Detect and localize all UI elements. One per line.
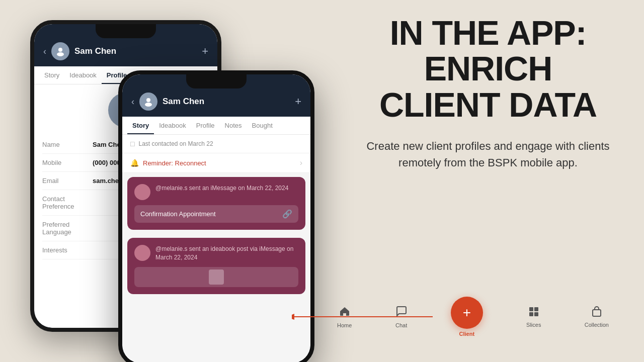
svg-rect-10: [593, 310, 601, 316]
phone-front-screen: ‹ Sam Chen + Story Ideabook Profile Note…: [122, 74, 310, 362]
tab-story-back[interactable]: Story: [39, 66, 64, 84]
nav-item-collection[interactable]: Collection: [585, 306, 609, 328]
phone-back-user-name: Sam Chen: [74, 46, 197, 56]
phone-front-user-name: Sam Chen: [163, 97, 290, 107]
link-icon: 🔗: [282, 209, 292, 219]
sender-text-2: @melanie.s sent an ideabook post via iMe…: [155, 245, 298, 262]
svg-point-4: [146, 98, 150, 102]
back-arrow-front-icon[interactable]: ‹: [131, 97, 134, 107]
last-contacted: □ Last contacted on March 22: [122, 135, 310, 153]
headline-line1: IN THE APP:: [362, 15, 614, 51]
profile-label-mobile: Mobile: [42, 159, 93, 166]
chevron-right-icon: ›: [300, 158, 302, 167]
bell-icon: 🔔: [130, 159, 139, 167]
svg-rect-7: [534, 307, 538, 311]
svg-rect-6: [529, 307, 533, 311]
headline-line2: ENRICH: [362, 51, 614, 86]
nav-item-home[interactable]: Home: [337, 305, 352, 328]
nav-label-collection: Collection: [585, 322, 609, 328]
message-card-1: @melanie.s sent an iMessage on March 22,…: [127, 177, 305, 230]
avatar-front: [139, 93, 157, 111]
chat-bubble-icon: □: [130, 140, 134, 148]
sender-row-1: @melanie.s sent an iMessage on March 22,…: [134, 184, 298, 200]
client-plus-icon: +: [463, 306, 471, 320]
profile-label-interests: Interests: [42, 246, 93, 254]
phone-front: ‹ Sam Chen + Story Ideabook Profile Note…: [118, 70, 314, 362]
tab-profile-front[interactable]: Profile: [191, 117, 220, 134]
home-icon: [339, 305, 351, 320]
appointment-pill[interactable]: Confirmation Appointment 🔗: [134, 205, 298, 223]
nav-label-home: Home: [337, 322, 352, 328]
profile-label-name: Name: [42, 141, 93, 148]
profile-label-language: Preferred Language: [42, 221, 93, 236]
appointment-label: Confirmation Appointment: [140, 210, 216, 218]
headline: IN THE APP: ENRICH CLIENT DATA: [362, 15, 614, 123]
sender-text-1: @melanie.s sent an iMessage on March 22,…: [155, 184, 288, 193]
phone-back-notch: [96, 24, 156, 38]
tab-bought-front[interactable]: Bought: [247, 117, 278, 134]
client-circle[interactable]: +: [451, 297, 483, 329]
tab-ideabook-front[interactable]: Ideabook: [154, 117, 191, 134]
reminder-row[interactable]: 🔔 Reminder: Reconnect ›: [122, 153, 310, 173]
nav-item-chat[interactable]: Chat: [395, 305, 408, 328]
chat-icon: [395, 305, 408, 320]
slices-icon: [528, 306, 540, 320]
subtext: Create new client profiles and engage wi…: [362, 138, 614, 171]
nav-item-slices[interactable]: Slices: [526, 306, 541, 328]
nav-label-chat: Chat: [395, 322, 407, 328]
right-panel: IN THE APP: ENRICH CLIENT DATA Create ne…: [362, 15, 614, 171]
add-button-front[interactable]: +: [295, 95, 301, 108]
headline-line3: CLIENT DATA: [362, 87, 614, 123]
sender-avatar-2: [134, 245, 150, 261]
story-content: □ Last contacted on March 22 🔔 Reminder:…: [122, 135, 310, 362]
message-card-2: @melanie.s sent an ideabook post via iMe…: [127, 238, 305, 294]
last-contacted-text: Last contacted on March 22: [138, 140, 213, 147]
tab-notes-front[interactable]: Notes: [220, 117, 247, 134]
profile-label-email: Email: [42, 177, 93, 185]
svg-point-5: [145, 103, 152, 107]
nav-label-slices: Slices: [526, 322, 541, 328]
tab-story-front[interactable]: Story: [127, 117, 154, 134]
sender-row-2: @melanie.s sent an ideabook post via iMe…: [134, 245, 298, 262]
tab-ideabook-back[interactable]: Ideabook: [64, 66, 102, 84]
back-arrow-icon[interactable]: ‹: [43, 46, 46, 57]
avatar: [51, 42, 69, 60]
add-button-back[interactable]: +: [202, 45, 208, 58]
phone-front-notch: [186, 74, 247, 88]
profile-label-contact: Contact Preference: [42, 195, 93, 210]
svg-point-0: [58, 48, 62, 52]
bottom-nav: Home Chat + Client Slices: [327, 292, 619, 342]
reminder-text: Reminder: Reconnect: [143, 159, 206, 167]
svg-rect-9: [534, 312, 538, 316]
svg-point-1: [57, 52, 64, 56]
collection-icon: [591, 306, 603, 320]
nav-item-client[interactable]: + Client: [451, 297, 483, 337]
sender-avatar-1: [134, 184, 150, 200]
phones-container: ‹ Sam Chen + Story Ideabook Profile Note…: [30, 10, 342, 357]
svg-rect-8: [529, 312, 533, 316]
nav-label-client: Client: [459, 331, 475, 337]
phone-front-tabs: Story Ideabook Profile Notes Bought: [122, 117, 310, 135]
